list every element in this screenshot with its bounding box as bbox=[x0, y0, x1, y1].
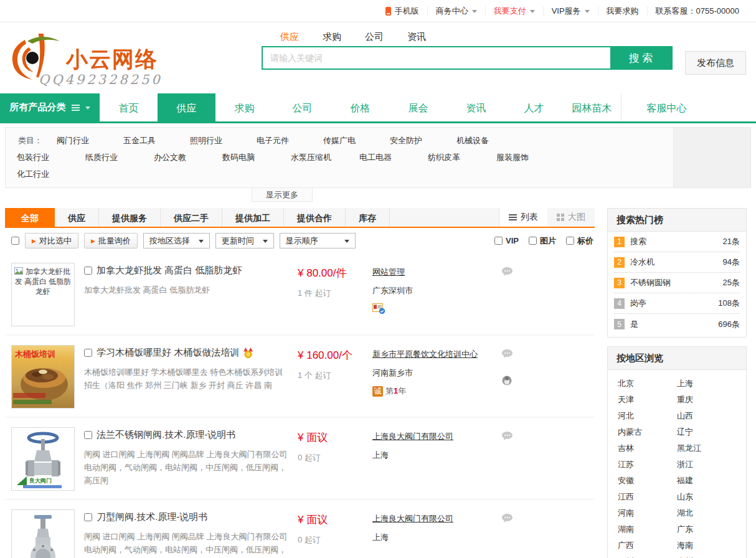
listing-tab[interactable]: 提供合作 bbox=[284, 208, 346, 227]
nav-item[interactable]: 价格 bbox=[331, 93, 389, 121]
search-type-tab[interactable]: 供应 bbox=[280, 31, 299, 43]
all-categories-button[interactable]: 所有产品分类 bbox=[0, 93, 100, 121]
product-checkbox[interactable] bbox=[84, 431, 92, 439]
hot-search-link[interactable]: 冷水机 bbox=[630, 257, 654, 268]
pay-menu[interactable]: 我要支付 bbox=[485, 6, 543, 16]
listing-tab[interactable]: 供应二手 bbox=[161, 208, 222, 227]
region-link[interactable]: 湖北 bbox=[677, 505, 736, 521]
region-link[interactable]: 吉林 bbox=[618, 440, 677, 456]
product-title-link[interactable]: 刀型闸阀.技术.原理-说明书 bbox=[97, 511, 207, 523]
category-link[interactable]: 化工行业 bbox=[17, 169, 73, 180]
show-more-button[interactable]: 显示更多 bbox=[252, 187, 313, 202]
company-link[interactable]: 上海良大阀门有限公司 bbox=[372, 513, 453, 524]
message-bubble-icon[interactable] bbox=[501, 349, 513, 359]
company-link[interactable]: 上海良大阀门有限公司 bbox=[372, 431, 453, 442]
view-grid-button[interactable]: 大图 bbox=[547, 208, 595, 227]
site-logo[interactable]: 小云网络 QQ492328250 bbox=[6, 31, 243, 88]
region-link[interactable]: 安徽 bbox=[618, 473, 677, 489]
view-list-button[interactable]: 列表 bbox=[499, 208, 547, 227]
search-input[interactable] bbox=[263, 47, 610, 69]
product-title-link[interactable]: 学习木桶饭哪里好 木桶饭做法培训 bbox=[97, 347, 239, 359]
category-link[interactable]: 五金工具 bbox=[123, 135, 179, 146]
filter-checkbox[interactable]: 标价 bbox=[566, 235, 593, 247]
nav-item[interactable]: 客服中心 bbox=[621, 93, 712, 121]
search-type-tab[interactable]: 公司 bbox=[365, 31, 384, 43]
business-card-badge-icon[interactable] bbox=[372, 303, 385, 314]
business-center-menu[interactable]: 商务中心 bbox=[427, 6, 485, 16]
region-link[interactable]: 北京 bbox=[618, 376, 677, 392]
listing-tab[interactable]: 库存 bbox=[346, 208, 390, 227]
product-thumbnail[interactable]: 良大阀门 bbox=[11, 509, 75, 558]
product-title-link[interactable]: 加拿大龙虾批发 高蛋白 低脂肪龙虾 bbox=[97, 265, 242, 277]
vip-service-menu[interactable]: VIP服务 bbox=[543, 6, 598, 16]
hot-search-link[interactable]: 搜索 bbox=[630, 236, 646, 247]
category-link[interactable]: 纸质行业 bbox=[85, 152, 143, 163]
select-all-checkbox[interactable] bbox=[11, 237, 19, 245]
nav-item[interactable]: 求购 bbox=[215, 93, 273, 121]
qq-penguin-icon[interactable] bbox=[502, 376, 512, 385]
product-checkbox[interactable] bbox=[84, 267, 92, 275]
category-link[interactable]: 办公文教 bbox=[154, 152, 211, 163]
nav-item[interactable]: 人才 bbox=[505, 93, 563, 121]
sort-order-select[interactable]: 显示顺序 bbox=[280, 233, 356, 248]
nav-item[interactable]: 公司 bbox=[273, 93, 331, 121]
region-link[interactable]: 广东 bbox=[677, 521, 736, 537]
region-link[interactable]: 贵州 bbox=[677, 554, 736, 558]
region-link[interactable]: 山东 bbox=[677, 489, 736, 505]
message-bubble-icon[interactable] bbox=[501, 513, 513, 524]
filter-checkbox[interactable]: VIP bbox=[494, 236, 519, 245]
region-link[interactable]: 重庆 bbox=[677, 392, 736, 408]
region-link[interactable]: 福建 bbox=[677, 473, 736, 489]
message-bubble-icon[interactable] bbox=[501, 267, 513, 277]
nav-item[interactable]: 园林苗木 bbox=[563, 93, 621, 121]
update-time-select[interactable]: 更新时间 bbox=[215, 233, 274, 248]
category-link[interactable]: 服装服饰 bbox=[496, 152, 554, 163]
category-link[interactable]: 电工电器 bbox=[359, 152, 417, 163]
region-link[interactable]: 河北 bbox=[618, 408, 677, 424]
hot-search-link[interactable]: 不锈钢圆钢 bbox=[630, 277, 671, 288]
region-link[interactable]: 湖南 bbox=[618, 521, 677, 537]
region-link[interactable]: 海南 bbox=[677, 537, 736, 554]
region-link[interactable]: 四川 bbox=[618, 554, 677, 558]
nav-item[interactable]: 展会 bbox=[389, 93, 447, 121]
category-link[interactable]: 阀门行业 bbox=[57, 135, 113, 146]
category-link[interactable]: 照明行业 bbox=[190, 135, 246, 146]
listing-tab[interactable]: 全部 bbox=[5, 208, 55, 227]
nav-item[interactable]: 供应 bbox=[158, 93, 215, 121]
listing-tab[interactable]: 提供加工 bbox=[222, 208, 284, 227]
product-checkbox[interactable] bbox=[84, 513, 92, 521]
category-link[interactable]: 电子元件 bbox=[257, 135, 313, 146]
category-link[interactable]: 数码电脑 bbox=[222, 152, 280, 163]
hot-search-link[interactable]: 是 bbox=[630, 319, 638, 330]
message-bubble-icon[interactable] bbox=[501, 431, 513, 442]
product-thumbnail[interactable]: 良大阀门 bbox=[11, 427, 75, 491]
region-link[interactable]: 上海 bbox=[677, 376, 736, 392]
hot-search-link[interactable]: 岗亭 bbox=[630, 298, 646, 309]
batch-inquiry-button[interactable]: ▶批量询价 bbox=[84, 233, 138, 248]
nav-item[interactable]: 首页 bbox=[100, 93, 158, 121]
category-link[interactable]: 包装行业 bbox=[17, 152, 74, 163]
region-select[interactable]: 按地区选择 bbox=[143, 233, 210, 248]
product-thumbnail[interactable]: 加拿大龙虾批发 高蛋白 低脂肪龙虾 bbox=[11, 263, 75, 326]
region-link[interactable]: 广西 bbox=[618, 537, 677, 554]
region-link[interactable]: 内蒙古 bbox=[618, 424, 677, 440]
publish-info-button[interactable]: 发布信息 bbox=[685, 51, 746, 75]
region-link[interactable]: 天津 bbox=[618, 392, 677, 408]
product-checkbox[interactable] bbox=[84, 349, 92, 357]
product-title-link[interactable]: 法兰不锈钢闸阀.技术.原理-说明书 bbox=[97, 429, 235, 441]
region-link[interactable]: 江西 bbox=[618, 489, 677, 505]
category-link[interactable]: 纺织皮革 bbox=[428, 152, 485, 163]
listing-tab[interactable]: 供应 bbox=[55, 208, 99, 227]
region-link[interactable]: 浙江 bbox=[677, 456, 736, 473]
compare-selected-button[interactable]: ▶对比选中 bbox=[25, 233, 78, 248]
region-link[interactable]: 黑龙江 bbox=[677, 440, 736, 456]
category-link[interactable]: 水泵压缩机 bbox=[291, 152, 348, 163]
region-link[interactable]: 河南 bbox=[618, 505, 677, 521]
search-type-tab[interactable]: 求购 bbox=[323, 31, 341, 43]
company-link[interactable]: 新乡市平原餐饮文化培训中心 bbox=[372, 349, 478, 360]
search-button[interactable]: 搜 索 bbox=[610, 47, 671, 69]
category-link[interactable]: 传媒广电 bbox=[323, 135, 379, 146]
region-link[interactable]: 辽宁 bbox=[677, 424, 736, 440]
mobile-version-link[interactable]: 手机版 bbox=[377, 6, 427, 16]
region-link[interactable]: 江苏 bbox=[618, 456, 677, 473]
